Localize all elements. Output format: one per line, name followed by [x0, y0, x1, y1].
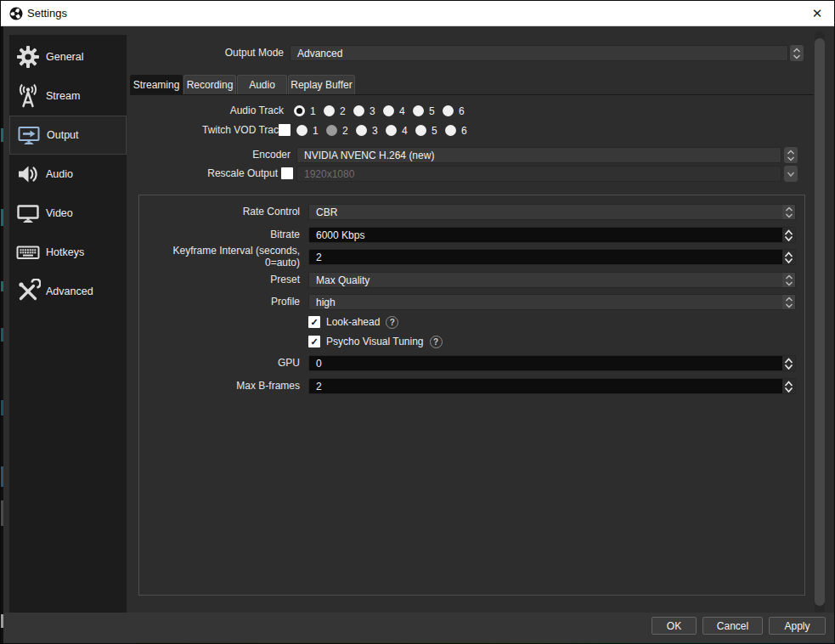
radio-label: 4 — [402, 125, 408, 137]
tab-audio[interactable]: Audio — [237, 75, 287, 94]
encoder-label: Encoder — [130, 147, 291, 163]
output-mode-label: Output Mode — [130, 45, 284, 61]
radio-vod-2[interactable] — [326, 125, 337, 136]
scrollbar-handle[interactable] — [815, 38, 825, 606]
psycho-visual-checkbox[interactable]: ✓ — [308, 336, 320, 347]
speaker-icon — [15, 161, 41, 187]
radio-label: 5 — [432, 125, 437, 137]
encoder-spinner[interactable] — [784, 147, 798, 163]
keyframe-interval-stepper[interactable] — [782, 250, 795, 264]
apply-button[interactable]: Apply — [769, 617, 826, 635]
tab-divider — [130, 94, 814, 95]
look-ahead-checkbox[interactable]: ✓ — [308, 316, 320, 328]
radio-vod-3[interactable] — [356, 125, 367, 136]
chevron-updown-icon — [784, 380, 793, 393]
edge-artifact — [1, 328, 3, 342]
rate-control-label: Rate Control — [145, 204, 300, 220]
keyframe-interval-input[interactable]: 2 — [308, 249, 796, 265]
cancel-button[interactable]: Cancel — [702, 617, 763, 635]
profile-label: Profile — [145, 294, 300, 310]
edge-artifact — [1, 500, 3, 526]
chevron-updown-icon — [784, 229, 793, 242]
monitor-arrow-icon — [16, 122, 42, 148]
rescale-resolution-select[interactable]: 1920x1080 — [296, 166, 781, 182]
radio-track-6[interactable] — [443, 105, 454, 116]
window-edge-strip — [1, 26, 3, 644]
sidebar-item-label: Video — [46, 207, 73, 219]
gpu-value: 0 — [309, 358, 782, 370]
bitrate-value: 6000 Kbps — [309, 229, 782, 241]
obs-logo-icon — [9, 7, 23, 20]
profile-select[interactable]: high — [308, 294, 796, 310]
sidebar-item-advanced[interactable]: Advanced — [9, 272, 127, 311]
sidebar-item-label: Output — [47, 129, 79, 141]
tab-recording[interactable]: Recording — [183, 75, 236, 94]
radio-track-5[interactable] — [413, 105, 424, 116]
max-bframes-value: 2 — [309, 381, 782, 393]
rescale-output-checkbox[interactable] — [281, 167, 293, 179]
rescale-resolution-value: 1920x1080 — [297, 168, 354, 180]
gpu-label: GPU — [145, 355, 300, 371]
radio-vod-6[interactable] — [445, 125, 456, 136]
gpu-stepper[interactable] — [782, 356, 795, 370]
look-ahead-label: Look-ahead — [326, 316, 380, 328]
max-bframes-input[interactable]: 2 — [308, 378, 796, 394]
chevron-updown-icon — [785, 296, 793, 309]
max-bframes-stepper[interactable] — [782, 379, 795, 393]
settings-window: Settings ✕ — [0, 0, 835, 644]
rate-control-select[interactable]: CBR — [308, 204, 796, 220]
sidebar-item-general[interactable]: General — [9, 37, 127, 76]
edge-artifact — [1, 466, 3, 487]
bitrate-label: Bitrate — [145, 227, 300, 243]
sidebar-item-video[interactable]: Video — [9, 194, 127, 233]
check-icon: ✓ — [310, 336, 318, 347]
bitrate-input[interactable]: 6000 Kbps — [308, 227, 796, 243]
sidebar-item-hotkeys[interactable]: Hotkeys — [9, 233, 127, 272]
rescale-dropdown-button[interactable] — [784, 166, 798, 182]
keyframe-interval-value: 2 — [309, 251, 782, 263]
rate-control-spinner[interactable] — [782, 205, 795, 219]
radio-label: 3 — [370, 105, 375, 117]
audio-track-radios: 1 2 3 4 5 6 — [294, 105, 472, 117]
preset-spinner[interactable] — [782, 273, 795, 287]
sidebar-item-stream[interactable]: Stream — [9, 76, 127, 116]
check-icon: ✓ — [310, 317, 318, 328]
ok-button[interactable]: OK — [652, 617, 697, 635]
encoder-value: NVIDIA NVENC H.264 (new) — [297, 150, 434, 161]
radio-vod-5[interactable] — [415, 125, 426, 136]
radio-label: 6 — [461, 125, 467, 137]
tab-replay-buffer[interactable]: Replay Buffer — [288, 75, 355, 94]
radio-label: 4 — [399, 105, 405, 117]
profile-spinner[interactable] — [782, 295, 795, 309]
output-mode-spinner[interactable] — [790, 45, 804, 61]
radio-track-4[interactable] — [383, 105, 394, 116]
radio-vod-1[interactable] — [296, 125, 307, 136]
chevron-updown-icon — [784, 251, 793, 264]
help-icon[interactable]: ? — [430, 336, 443, 348]
sidebar-item-audio[interactable]: Audio — [9, 155, 127, 194]
radio-label: 2 — [342, 125, 348, 137]
radio-vod-4[interactable] — [386, 125, 397, 136]
preset-select[interactable]: Max Quality — [308, 272, 796, 288]
radio-track-1[interactable] — [294, 105, 305, 116]
close-icon[interactable]: ✕ — [798, 1, 835, 26]
help-icon[interactable]: ? — [386, 316, 398, 329]
radio-track-2[interactable] — [324, 105, 335, 116]
edge-artifact — [1, 281, 3, 291]
chevron-down-icon — [787, 170, 795, 178]
twitch-vod-checkbox[interactable] — [279, 124, 291, 136]
encoder-select[interactable]: NVIDIA NVENC H.264 (new) — [296, 147, 781, 163]
gpu-input[interactable]: 0 — [308, 355, 796, 371]
chevron-updown-icon — [784, 357, 793, 370]
edge-artifact — [1, 209, 3, 226]
bitrate-stepper[interactable] — [782, 228, 795, 242]
sidebar-item-output[interactable]: Output — [9, 116, 127, 155]
preset-value: Max Quality — [309, 274, 782, 286]
broadcast-icon — [15, 83, 41, 109]
output-mode-select[interactable]: Advanced — [290, 45, 788, 61]
rate-control-value: CBR — [309, 206, 782, 218]
radio-label: 3 — [372, 125, 378, 137]
tab-streaming[interactable]: Streaming — [130, 75, 183, 94]
sidebar-item-label: Advanced — [46, 285, 93, 297]
radio-track-3[interactable] — [353, 105, 364, 116]
